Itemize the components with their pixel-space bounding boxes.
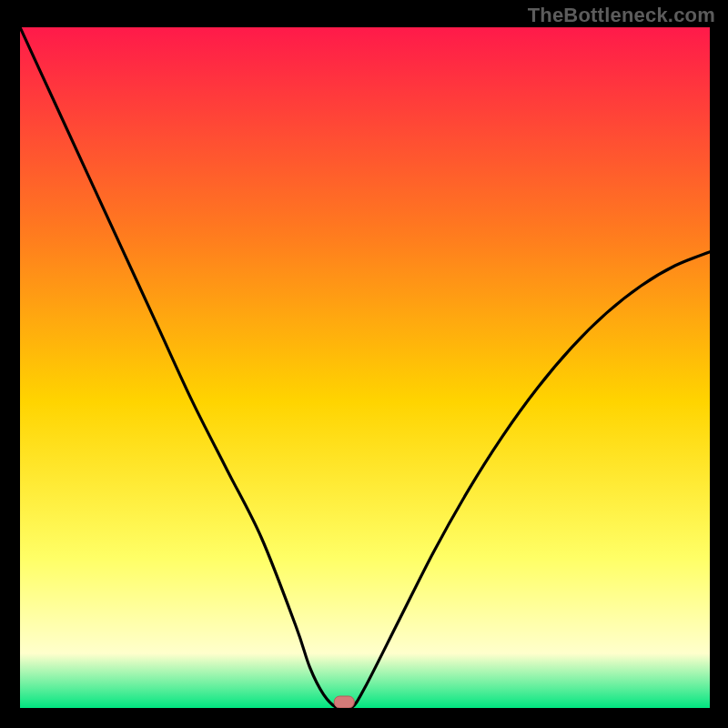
gradient-background xyxy=(20,27,710,708)
optimum-marker xyxy=(334,696,354,708)
chart-svg xyxy=(20,27,710,708)
plot-area xyxy=(20,27,710,708)
watermark-text: TheBottleneck.com xyxy=(528,4,715,27)
chart-frame: TheBottleneck.com xyxy=(0,0,728,728)
